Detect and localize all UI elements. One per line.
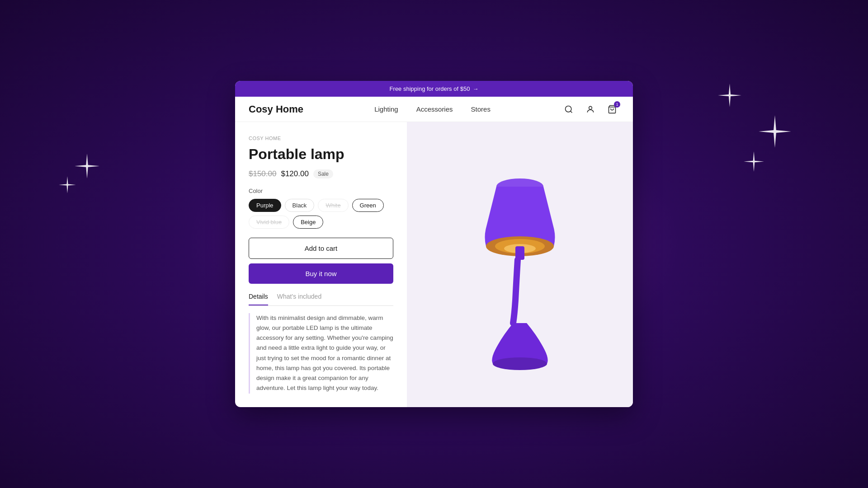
color-option-purple[interactable]: Purple xyxy=(249,199,281,212)
sparkle-decoration-5 xyxy=(744,151,764,172)
original-price: $150.00 xyxy=(249,169,276,178)
color-label: Color xyxy=(249,188,393,194)
color-options: Purple Black White Green Vivid blue Beig… xyxy=(249,199,393,229)
tab-whats-included[interactable]: What's included xyxy=(277,293,321,305)
svg-point-8 xyxy=(493,357,547,370)
product-tabs: Details What's included xyxy=(249,293,393,306)
sparkle-decoration-1 xyxy=(75,154,99,178)
price-row: $150.00 $120.00 Sale xyxy=(249,169,393,178)
buy-now-button[interactable]: Buy it now xyxy=(249,263,393,284)
nav-link-accessories[interactable]: Accessories xyxy=(416,105,453,113)
add-to-cart-button[interactable]: Add to cart xyxy=(249,238,393,259)
cart-count: 1 xyxy=(614,101,620,108)
search-button[interactable] xyxy=(561,102,576,117)
color-option-black[interactable]: Black xyxy=(285,199,315,212)
sparkle-decoration-3 xyxy=(718,84,741,107)
nav-links: Lighting Accessories Stores xyxy=(374,105,491,113)
color-option-vivid-blue[interactable]: Vivid blue xyxy=(249,216,289,229)
product-content: COSY HOME Portable lamp $150.00 $120.00 … xyxy=(235,122,633,407)
color-option-beige[interactable]: Beige xyxy=(293,216,323,229)
nav-link-stores[interactable]: Stores xyxy=(471,105,491,113)
product-title: Portable lamp xyxy=(249,145,393,163)
product-image xyxy=(461,156,579,373)
banner-arrow: → xyxy=(472,85,478,92)
sparkle-decoration-2 xyxy=(59,176,76,193)
product-image-panel xyxy=(407,122,633,407)
svg-point-0 xyxy=(566,106,571,112)
nav-icons: 1 xyxy=(561,102,619,117)
sparkle-decoration-4 xyxy=(759,115,791,148)
product-card: Free shipping for orders of $50 → Cosy H… xyxy=(235,81,633,407)
color-option-white[interactable]: White xyxy=(318,199,348,212)
account-button[interactable] xyxy=(583,102,598,117)
sale-badge: Sale xyxy=(313,169,333,178)
breadcrumb: COSY HOME xyxy=(249,136,393,141)
promo-banner[interactable]: Free shipping for orders of $50 → xyxy=(235,81,633,97)
cart-button[interactable]: 1 xyxy=(605,102,619,117)
current-price: $120.00 xyxy=(281,169,308,178)
product-details-panel: COSY HOME Portable lamp $150.00 $120.00 … xyxy=(235,122,407,407)
tab-details[interactable]: Details xyxy=(249,293,268,305)
product-description: With its minimalist design and dimmable,… xyxy=(249,313,393,394)
svg-point-1 xyxy=(589,106,592,109)
navigation: Cosy Home Lighting Accessories Stores xyxy=(235,97,633,122)
site-logo[interactable]: Cosy Home xyxy=(249,103,303,115)
banner-text: Free shipping for orders of $50 xyxy=(390,85,470,92)
color-option-green[interactable]: Green xyxy=(352,199,384,212)
nav-link-lighting[interactable]: Lighting xyxy=(374,105,398,113)
